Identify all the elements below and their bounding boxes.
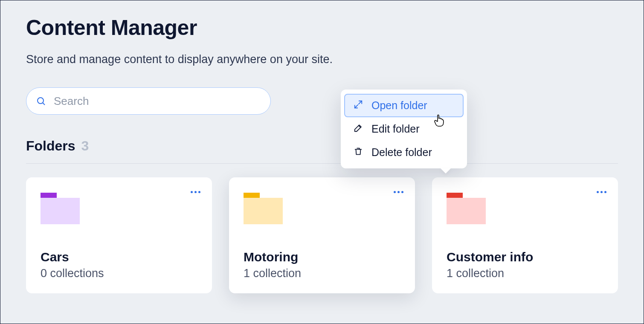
folder-name: Customer info [447, 250, 603, 264]
dots-icon [597, 191, 606, 193]
more-options-button[interactable] [188, 187, 203, 197]
dots-icon [394, 191, 403, 193]
menu-item-label: Edit folder [371, 123, 420, 135]
expand-icon [354, 99, 363, 112]
folder-subtitle: 1 collection [447, 267, 603, 280]
menu-item-delete-folder[interactable]: Delete folder [344, 141, 464, 164]
folders-header: Folders 3 [26, 138, 618, 154]
page-subtitle: Store and manage content to display anyw… [26, 53, 618, 66]
svg-line-1 [43, 103, 45, 105]
trash-icon [354, 146, 363, 159]
search-input[interactable] [54, 95, 261, 108]
menu-item-open-folder[interactable]: Open folder [344, 94, 464, 117]
context-menu: Open folderEdit folderDelete folder [341, 90, 467, 168]
folder-cards: Cars0 collectionsMotoring1 collectionCus… [26, 177, 618, 293]
folder-name: Cars [41, 250, 197, 264]
divider [26, 163, 618, 164]
menu-item-label: Delete folder [371, 146, 432, 159]
search-field[interactable] [26, 87, 271, 115]
page-title: Content Manager [26, 15, 618, 40]
more-options-button[interactable] [391, 187, 406, 197]
more-options-button[interactable] [594, 187, 609, 197]
folder-icon [447, 193, 486, 224]
dots-icon [191, 191, 200, 193]
folders-count: 3 [81, 138, 89, 154]
folder-icon [41, 193, 80, 224]
folder-card[interactable]: Motoring1 collection [229, 177, 415, 293]
folder-icon [244, 193, 283, 224]
search-icon [36, 96, 46, 106]
menu-item-label: Open folder [371, 99, 427, 112]
folder-name: Motoring [244, 250, 400, 264]
folders-title: Folders [26, 138, 75, 154]
svg-point-0 [38, 98, 44, 104]
menu-item-edit-folder[interactable]: Edit folder [344, 117, 464, 141]
folder-card[interactable]: Customer info1 collection [432, 177, 618, 293]
pencil-icon [354, 123, 363, 135]
folder-subtitle: 1 collection [244, 267, 400, 280]
folder-subtitle: 0 collections [41, 267, 197, 280]
folder-card[interactable]: Cars0 collections [26, 177, 212, 293]
